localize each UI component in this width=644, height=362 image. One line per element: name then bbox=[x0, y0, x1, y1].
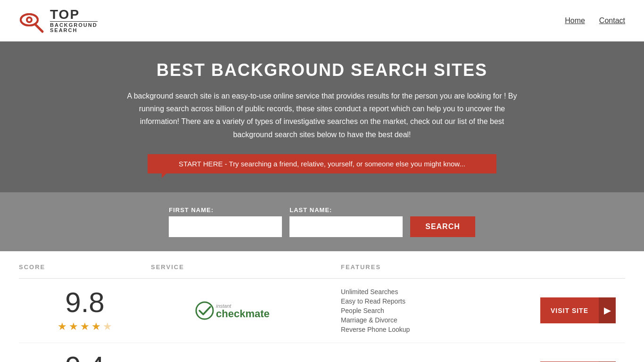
svg-text:checkmate: checkmate bbox=[216, 308, 270, 320]
hero-title: BEST BACKGROUND SEARCH SITES bbox=[9, 60, 635, 80]
first-name-input[interactable] bbox=[169, 216, 282, 237]
hero-section: BEST BACKGROUND SEARCH SITES A backgroun… bbox=[0, 41, 644, 192]
feature-item: Easy to Read Reports bbox=[341, 297, 531, 305]
visit-site-label-1: VISIT SITE bbox=[540, 307, 599, 314]
service-col-1: instant checkmate bbox=[151, 296, 341, 325]
feature-item: Marriage & Divorce bbox=[341, 316, 531, 324]
score-column-header: SCORE bbox=[19, 263, 151, 271]
first-name-group: FIRST NAME: bbox=[169, 206, 282, 237]
stars-1: ★ ★ ★ ★ ★ bbox=[58, 321, 112, 333]
search-button[interactable]: SEARCH bbox=[410, 216, 475, 237]
search-form-area: FIRST NAME: LAST NAME: SEARCH bbox=[0, 192, 644, 251]
svg-line-4 bbox=[35, 25, 42, 32]
score-col-1: 9.8 ★ ★ ★ ★ ★ bbox=[19, 288, 151, 333]
score-number-2: 9.4 bbox=[65, 353, 104, 362]
feature-item: Unlimited Searches bbox=[341, 288, 531, 296]
table-row: 9.8 ★ ★ ★ ★ ★ instant checkmate bbox=[19, 279, 625, 343]
visit-site-arrow-1: ▶ bbox=[599, 297, 616, 323]
visit-site-button-1[interactable]: VISIT SITE ▶ bbox=[540, 297, 616, 323]
results-table: SCORE SERVICE FEATURES 9.8 ★ ★ ★ ★ ★ bbox=[0, 256, 644, 362]
features-col-1: Unlimited Searches Easy to Read Reports … bbox=[341, 288, 531, 333]
last-name-label: LAST NAME: bbox=[289, 206, 403, 214]
search-banner: START HERE - Try searching a friend, rel… bbox=[148, 154, 496, 173]
logo-area: TOP BACKGROUNDSEARCH bbox=[19, 7, 98, 35]
logo-bottom-text: BACKGROUNDSEARCH bbox=[50, 21, 98, 33]
svg-point-3 bbox=[28, 18, 31, 21]
service-column-header: SERVICE bbox=[151, 263, 341, 271]
search-form: FIRST NAME: LAST NAME: SEARCH bbox=[9, 206, 635, 237]
logo-icon bbox=[19, 7, 47, 35]
nav-contact[interactable]: Contact bbox=[599, 16, 625, 25]
logo-top-text: TOP bbox=[50, 8, 98, 21]
feature-item: People Search bbox=[341, 307, 531, 314]
first-name-label: FIRST NAME: bbox=[169, 206, 282, 214]
score-col-2: 9.4 ★ ★ ★ ★ ★ bbox=[19, 353, 151, 362]
nav-home[interactable]: Home bbox=[565, 16, 585, 25]
last-name-input[interactable] bbox=[289, 216, 403, 237]
header: TOP BACKGROUNDSEARCH Home Contact bbox=[0, 0, 644, 41]
feature-item: Reverse Phone Lookup bbox=[341, 326, 531, 333]
logo-text-area: TOP BACKGROUNDSEARCH bbox=[50, 8, 98, 33]
last-name-group: LAST NAME: bbox=[289, 206, 403, 237]
main-nav: Home Contact bbox=[565, 16, 625, 25]
hero-description: A background search site is an easy-to-u… bbox=[119, 90, 525, 141]
table-row: 9.4 ★ ★ ★ ★ ★ People Looker Accurate and… bbox=[19, 343, 625, 362]
features-column-header: FEATURES bbox=[341, 263, 531, 271]
instant-checkmate-logo: instant checkmate bbox=[194, 296, 298, 325]
visit-col-1: VISIT SITE ▶ bbox=[531, 297, 625, 323]
score-number-1: 9.8 bbox=[65, 288, 104, 317]
table-header: SCORE SERVICE FEATURES bbox=[19, 256, 625, 279]
action-column-header bbox=[531, 263, 625, 271]
